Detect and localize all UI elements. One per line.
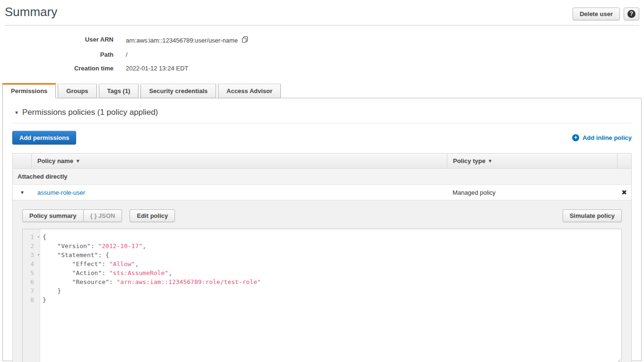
fold-caret-icon[interactable] xyxy=(37,233,40,241)
header-divider xyxy=(5,25,639,26)
policy-name-cell: assume-role-user xyxy=(32,189,447,196)
simulate-policy-button[interactable]: Simulate policy xyxy=(563,209,622,222)
sort-caret-icon xyxy=(489,158,492,164)
line-number: 2 xyxy=(23,241,40,250)
sort-caret-icon xyxy=(77,158,79,164)
expand-column-header xyxy=(13,154,32,168)
add-inline-policy-link[interactable]: Add inline policy xyxy=(572,134,632,141)
json-view-button[interactable]: { } JSON xyxy=(84,209,122,222)
policy-name-header-label: Policy name xyxy=(37,157,73,164)
help-icon xyxy=(627,10,635,18)
page-title: Summary xyxy=(5,4,57,19)
line-number: 1 xyxy=(23,233,40,241)
user-arn-value-wrap: arn:aws:iam::123456789:user/user-name xyxy=(126,36,249,44)
policy-actions-row: Add permissions Add inline policy xyxy=(12,131,632,145)
line-number: 3 xyxy=(23,250,40,259)
policy-table-header: Policy name Policy type xyxy=(13,154,631,168)
policy-summary-button[interactable]: Policy summary xyxy=(22,209,84,222)
creation-time-label: Creation time xyxy=(0,65,113,72)
plus-circle-icon xyxy=(572,134,579,141)
line-number: 6 xyxy=(23,277,40,286)
policy-type-cell: Managed policy xyxy=(447,189,617,196)
line-number: 8 xyxy=(23,295,40,304)
detail-row-user-arn: User ARN arn:aws:iam::123456789:user/use… xyxy=(0,36,644,44)
tab-access-advisor[interactable]: Access Advisor xyxy=(218,83,281,98)
path-value: / xyxy=(126,51,128,58)
edit-policy-button[interactable]: Edit policy xyxy=(130,209,175,222)
path-label: Path xyxy=(0,51,113,58)
row-expand-toggle[interactable] xyxy=(13,189,32,196)
tab-groups[interactable]: Groups xyxy=(58,83,96,98)
policy-view-buttons: Policy summary { } JSON Edit policy xyxy=(22,209,175,222)
user-arn-label: User ARN xyxy=(0,36,113,44)
permissions-policies-section-toggle[interactable]: Permissions policies (1 policy applied) xyxy=(12,106,632,123)
code-line: "Version": "2012-10-17", xyxy=(43,241,621,250)
policy-detail-toolbar: Policy summary { } JSON Edit policy Simu… xyxy=(22,209,622,222)
detach-policy-icon[interactable] xyxy=(621,189,627,196)
line-number: 7 xyxy=(23,286,40,295)
page-header: Summary Delete user xyxy=(0,0,644,20)
fold-caret-icon[interactable] xyxy=(37,250,40,259)
code-line: "Effect": "Allow", xyxy=(43,259,621,268)
detail-row-path: Path / xyxy=(0,51,644,58)
policy-action-cell xyxy=(617,189,631,196)
user-details: User ARN arn:aws:iam::123456789:user/use… xyxy=(0,36,644,72)
tab-tags[interactable]: Tags (1) xyxy=(99,83,139,98)
policy-table: Policy name Policy type Attached directl… xyxy=(12,153,632,362)
policy-name-link[interactable]: assume-role-user xyxy=(37,189,85,196)
delete-user-button[interactable]: Delete user xyxy=(573,8,620,20)
code-line: } xyxy=(43,286,621,295)
code-line: { xyxy=(43,233,621,241)
policy-json-editor[interactable]: 12345678 { "Version": "2012-10-17", "Sta… xyxy=(22,229,622,362)
tab-permissions[interactable]: Permissions xyxy=(2,83,56,98)
header-actions: Delete user xyxy=(573,4,639,20)
collapse-caret-icon xyxy=(15,109,18,116)
attached-directly-group-row: Attached directly xyxy=(13,168,631,184)
line-number: 5 xyxy=(23,268,40,277)
editor-gutter: 12345678 xyxy=(23,229,40,362)
policy-table-row: assume-role-user Managed policy xyxy=(13,184,631,200)
line-number: 4 xyxy=(23,259,40,268)
permissions-tab-panel: Permissions policies (1 policy applied) … xyxy=(2,98,642,361)
tab-security-credentials[interactable]: Security credentials xyxy=(140,83,216,98)
add-permissions-button[interactable]: Add permissions xyxy=(12,131,76,145)
copy-icon[interactable] xyxy=(242,36,249,44)
editor-code[interactable]: { "Version": "2012-10-17", "Statement": … xyxy=(40,229,621,362)
code-line: "Action": "sts:AssumeRole", xyxy=(43,268,621,277)
add-inline-policy-label: Add inline policy xyxy=(583,134,632,141)
policy-type-column-header[interactable]: Policy type xyxy=(447,154,617,168)
detail-row-creation-time: Creation time 2022-01-12 13:24 EDT xyxy=(0,65,644,72)
creation-time-value: 2022-01-12 13:24 EDT xyxy=(126,65,188,72)
code-line: "Resource": "arn:aws:iam::123456789:role… xyxy=(43,277,621,286)
section-divider xyxy=(12,123,632,123)
code-line: "Statement": { xyxy=(43,250,621,259)
code-line: } xyxy=(43,295,621,304)
permissions-policies-heading: Permissions policies (1 policy applied) xyxy=(22,108,158,117)
policy-name-column-header[interactable]: Policy name xyxy=(32,154,447,168)
row-expand-caret-icon xyxy=(21,189,24,196)
action-column-header xyxy=(617,154,631,168)
help-button[interactable] xyxy=(624,8,639,20)
policy-detail-panel: Policy summary { } JSON Edit policy Simu… xyxy=(13,200,631,362)
tab-bar: Permissions Groups Tags (1) Security cre… xyxy=(2,83,642,98)
policy-type-header-label: Policy type xyxy=(453,157,486,164)
user-arn-value: arn:aws:iam::123456789:user/user-name xyxy=(126,37,238,44)
